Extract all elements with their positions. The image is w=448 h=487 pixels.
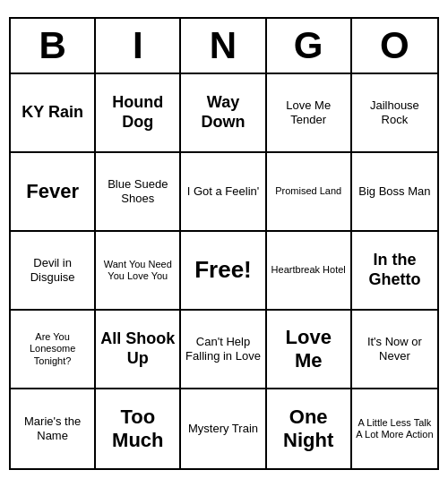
cell-text-19: It's Now or Never — [356, 335, 434, 363]
cell-text-24: A Little Less Talk A Lot More Action — [356, 417, 434, 440]
cell-text-6: Blue Suede Shoes — [99, 177, 176, 205]
cell-text-22: Mystery Train — [188, 422, 258, 436]
bingo-cell-2: Way Down — [181, 74, 266, 153]
bingo-cell-0: KY Rain — [11, 74, 96, 153]
cell-text-2: Way Down — [185, 93, 261, 132]
cell-text-8: Promised Land — [275, 185, 341, 197]
cell-text-5: Fever — [26, 180, 79, 203]
bingo-cell-16: All Shook Up — [96, 311, 181, 389]
cell-text-14: In the Ghetto — [356, 251, 434, 289]
cell-text-4: Jailhouse Rock — [356, 98, 434, 126]
bingo-cell-23: One Night — [267, 389, 352, 468]
bingo-cell-5: Fever — [11, 153, 96, 232]
cell-text-13: Heartbreak Hotel — [271, 264, 346, 276]
cell-text-20: Marie's the Name — [14, 414, 90, 442]
bingo-cell-3: Love Me Tender — [267, 74, 352, 153]
bingo-cell-14: In the Ghetto — [352, 232, 437, 311]
bingo-cell-12: Free! — [181, 232, 266, 311]
cell-text-16: All Shook Up — [99, 329, 176, 368]
bingo-cell-7: I Got a Feelin' — [181, 153, 266, 232]
bingo-cell-4: Jailhouse Rock — [352, 74, 437, 153]
bingo-grid: KY RainHound DogWay DownLove Me TenderJa… — [11, 74, 437, 468]
header-letter-b: B — [11, 19, 96, 73]
cell-text-15: Are You Lonesome Tonight? — [14, 331, 90, 367]
cell-text-21: Too Much — [99, 406, 176, 453]
cell-text-10: Devil in Disguise — [14, 256, 90, 284]
header-letter-o: O — [352, 19, 437, 73]
header-letter-i: I — [96, 19, 181, 73]
bingo-cell-9: Big Boss Man — [352, 153, 437, 232]
bingo-cell-22: Mystery Train — [181, 389, 266, 468]
bingo-cell-10: Devil in Disguise — [11, 232, 96, 311]
bingo-cell-13: Heartbreak Hotel — [267, 232, 352, 311]
cell-text-23: One Night — [271, 406, 347, 453]
bingo-cell-17: Can't Help Falling in Love — [181, 311, 266, 389]
cell-text-9: Big Boss Man — [358, 184, 430, 199]
cell-text-12: Free! — [194, 256, 252, 284]
cell-text-7: I Got a Feelin' — [187, 184, 260, 199]
bingo-card: BINGO KY RainHound DogWay DownLove Me Te… — [9, 17, 439, 470]
bingo-cell-15: Are You Lonesome Tonight? — [11, 311, 96, 389]
bingo-header: BINGO — [11, 19, 437, 74]
bingo-cell-6: Blue Suede Shoes — [96, 153, 181, 232]
cell-text-0: KY Rain — [22, 103, 83, 123]
bingo-cell-11: Want You Need You Love You — [96, 232, 181, 311]
cell-text-1: Hound Dog — [99, 93, 176, 132]
cell-text-3: Love Me Tender — [271, 98, 347, 126]
bingo-cell-24: A Little Less Talk A Lot More Action — [352, 389, 437, 468]
bingo-cell-21: Too Much — [96, 389, 181, 468]
bingo-cell-18: Love Me — [267, 311, 352, 389]
bingo-cell-8: Promised Land — [267, 153, 352, 232]
bingo-cell-20: Marie's the Name — [11, 389, 96, 468]
bingo-cell-19: It's Now or Never — [352, 311, 437, 389]
cell-text-17: Can't Help Falling in Love — [185, 335, 261, 363]
header-letter-n: N — [181, 19, 266, 73]
bingo-cell-1: Hound Dog — [96, 74, 181, 153]
header-letter-g: G — [267, 19, 352, 73]
cell-text-18: Love Me — [271, 326, 347, 373]
cell-text-11: Want You Need You Love You — [99, 259, 176, 282]
